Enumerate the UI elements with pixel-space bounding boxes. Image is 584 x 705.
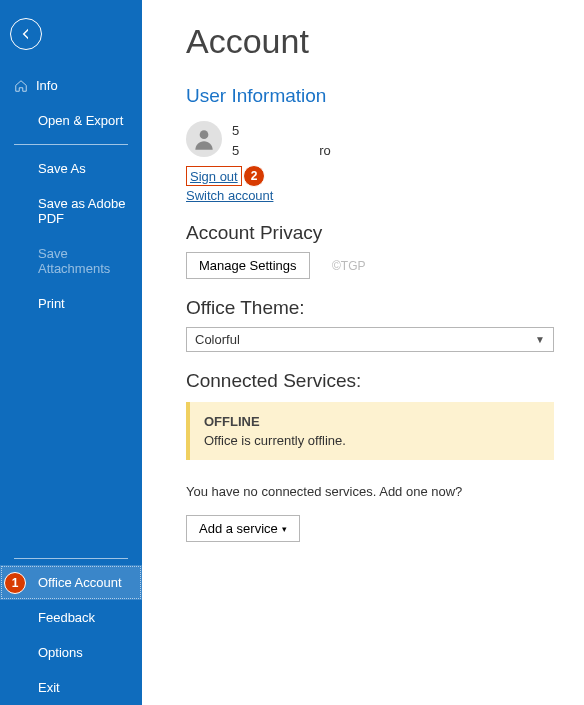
user-row: 5 5ro	[186, 121, 554, 160]
sidebar-label: Info	[36, 78, 58, 93]
offline-banner: OFFLINE Office is currently offline.	[186, 402, 554, 460]
user-text: 5 5ro	[232, 121, 331, 160]
sidebar-label: Open & Export	[38, 113, 123, 128]
section-theme: Office Theme:	[186, 297, 554, 319]
page-title: Account	[186, 22, 554, 61]
section-connected: Connected Services:	[186, 370, 554, 392]
sidebar-item-feedback[interactable]: Feedback	[0, 600, 142, 635]
divider	[14, 558, 128, 559]
section-privacy: Account Privacy	[186, 222, 554, 244]
main-content: Account User Information 5 5ro Sign out …	[142, 0, 584, 705]
sidebar: Info Open & Export Save As Save as Adobe…	[0, 0, 142, 705]
arrow-left-icon	[18, 26, 34, 42]
divider	[14, 144, 128, 145]
sidebar-item-exit[interactable]: Exit	[0, 670, 142, 705]
sidebar-label: Options	[38, 645, 83, 660]
sidebar-item-print[interactable]: Print	[0, 286, 142, 321]
switch-account-link[interactable]: Switch account	[186, 188, 273, 203]
person-icon	[191, 126, 217, 152]
sidebar-label: Feedback	[38, 610, 95, 625]
watermark: ©TGP	[332, 259, 366, 273]
sidebar-label: Save Attachments	[38, 246, 128, 276]
manage-settings-button[interactable]: Manage Settings	[186, 252, 310, 279]
sidebar-label: Print	[38, 296, 65, 311]
theme-value: Colorful	[195, 332, 240, 347]
sidebar-item-options[interactable]: Options	[0, 635, 142, 670]
offline-title: OFFLINE	[204, 414, 540, 429]
sign-out-link[interactable]: Sign out	[190, 169, 238, 184]
sidebar-item-save-as[interactable]: Save As	[0, 151, 142, 186]
home-icon	[14, 79, 28, 93]
callout-badge-2: 2	[243, 165, 265, 187]
account-links: Sign out 2 Switch account	[186, 166, 554, 204]
avatar	[186, 121, 222, 157]
theme-select[interactable]: Colorful ▼	[186, 327, 554, 352]
svg-point-0	[200, 130, 209, 139]
sidebar-item-office-account[interactable]: 1 Office Account	[0, 565, 142, 600]
sidebar-label: Save as Adobe PDF	[38, 196, 128, 226]
no-services-text: You have no connected services. Add one …	[186, 484, 554, 499]
chevron-down-icon: ▼	[535, 334, 545, 345]
back-button[interactable]	[10, 18, 42, 50]
section-user-info: User Information	[186, 85, 554, 107]
callout-badge-1: 1	[4, 572, 26, 594]
add-service-button[interactable]: Add a service ▾	[186, 515, 300, 542]
sidebar-label: Save As	[38, 161, 86, 176]
sidebar-item-info[interactable]: Info	[0, 68, 142, 103]
sidebar-label: Office Account	[38, 575, 122, 590]
sidebar-item-save-attachments: Save Attachments	[0, 236, 142, 286]
chevron-down-icon: ▾	[282, 524, 287, 534]
sidebar-item-save-pdf[interactable]: Save as Adobe PDF	[0, 186, 142, 236]
sign-out-highlight: Sign out 2	[186, 166, 242, 186]
sidebar-label: Exit	[38, 680, 60, 695]
sidebar-item-open-export[interactable]: Open & Export	[0, 103, 142, 138]
offline-message: Office is currently offline.	[204, 433, 540, 448]
